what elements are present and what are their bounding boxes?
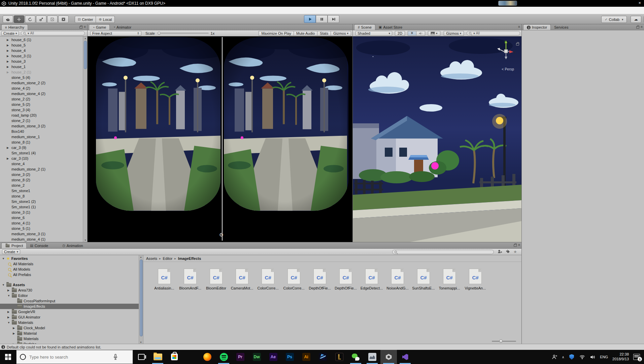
tab-console[interactable]: ▤ Console bbox=[27, 243, 52, 248]
scene-search-input[interactable]: ▾ All bbox=[467, 31, 520, 35]
lock-icon[interactable] bbox=[79, 26, 82, 29]
menu-item[interactable] bbox=[8, 7, 14, 14]
script-file-item[interactable]: C# BloomAndF... bbox=[178, 269, 203, 290]
hierarchy-item[interactable]: ▶ road_lamp (20) bbox=[0, 113, 87, 118]
favorites-item[interactable]: All Materials bbox=[0, 261, 143, 267]
hierarchy-item[interactable]: ▶ medium_stone_1 bbox=[0, 134, 87, 140]
menu-item[interactable] bbox=[38, 7, 44, 14]
scroll-down-icon[interactable]: ▼ bbox=[84, 239, 87, 241]
scene-orientation-gizmo[interactable]: y x bbox=[495, 39, 517, 63]
menu-item[interactable] bbox=[2, 7, 8, 14]
script-file-item[interactable]: C# ColorCorre... bbox=[281, 269, 306, 290]
game-gizmos-dropdown[interactable]: Gizmos ▾ bbox=[331, 31, 351, 36]
search-by-label-icon[interactable] bbox=[506, 249, 510, 253]
taskbar-app-button[interactable] bbox=[347, 350, 364, 364]
script-file-item[interactable]: C# Tonemappi... bbox=[437, 269, 462, 290]
shading-mode-dropdown[interactable]: Shaded ▾ bbox=[355, 31, 392, 36]
foldout-icon[interactable]: ▶ bbox=[7, 157, 11, 160]
project-tree-scrollbar[interactable]: ▲ ▼ bbox=[139, 255, 143, 344]
hierarchy-scrollbar[interactable]: ▲ ▼ bbox=[83, 36, 87, 242]
tab-project[interactable]: Project bbox=[1, 243, 27, 248]
project-tree-item[interactable]: ▶ ▼ GUI Animator bbox=[0, 314, 143, 320]
script-file-item[interactable]: C# Antialiasin... bbox=[152, 269, 177, 290]
hierarchy-item[interactable]: ▶ stone_2 bbox=[0, 183, 87, 188]
menu-item[interactable] bbox=[50, 7, 57, 14]
tray-overflow-chevron-icon[interactable]: ∧ bbox=[562, 355, 564, 359]
hierarchy-item[interactable]: ▶ stone_4 bbox=[0, 161, 87, 166]
taskbar-app-button[interactable] bbox=[133, 350, 149, 364]
taskbar-app-button[interactable] bbox=[199, 350, 215, 364]
project-search-input[interactable] bbox=[392, 250, 494, 254]
foldout-icon[interactable]: ▶ bbox=[7, 49, 11, 52]
breadcrumb-item[interactable]: Assets bbox=[146, 256, 163, 261]
window-close-button[interactable]: × bbox=[638, 0, 641, 5]
project-tree-item[interactable]: ▶ ▼ GoogleVR bbox=[0, 309, 143, 314]
foldout-icon[interactable]: ▶ bbox=[7, 310, 12, 313]
hierarchy-item[interactable]: ▶ stone_2 (2) bbox=[0, 96, 87, 102]
taskbar-app-button[interactable] bbox=[166, 350, 182, 364]
foldout-icon[interactable]: ▶ bbox=[7, 289, 12, 292]
hierarchy-item[interactable]: ▶ Sm_stone1 (1) bbox=[0, 204, 87, 210]
tab-services[interactable]: Services bbox=[551, 24, 572, 30]
project-tree-item[interactable]: ▶ ▼ Clock_Model bbox=[0, 325, 143, 331]
rect-tool-button[interactable] bbox=[47, 16, 58, 23]
menu-item[interactable] bbox=[14, 7, 20, 14]
game-viewport[interactable]: ⚙ bbox=[88, 36, 352, 242]
transform-tool-button[interactable] bbox=[58, 16, 69, 23]
hierarchy-item[interactable]: ▶ medium_stone_3 (1) bbox=[0, 231, 87, 237]
taskbar-app-button[interactable] bbox=[215, 350, 232, 364]
taskbar-search[interactable] bbox=[16, 350, 133, 364]
effects-dropdown[interactable]: ▾ bbox=[428, 31, 440, 36]
scene-lock-icon[interactable] bbox=[516, 43, 519, 46]
favorites-item[interactable]: All Models bbox=[0, 267, 143, 272]
hierarchy-item[interactable]: ▶ house_1 bbox=[0, 64, 87, 69]
script-file-item[interactable]: C# DepthOfFie... bbox=[333, 269, 358, 290]
move-tool-button[interactable] bbox=[14, 16, 24, 23]
hierarchy-item[interactable]: ▶ stone_3 (1) bbox=[0, 210, 87, 215]
zoom-slider-knob[interactable] bbox=[499, 339, 503, 343]
hierarchy-item[interactable]: ▶ medium_stone_4 (1) bbox=[0, 237, 87, 242]
hierarchy-item[interactable]: ▶ stone_3 (4) bbox=[0, 107, 87, 113]
hierarchy-item[interactable]: ▶ stone_2 (1) bbox=[0, 118, 87, 123]
menu-item[interactable] bbox=[44, 7, 50, 14]
panel-menu-icon[interactable]: ≡ bbox=[641, 25, 643, 29]
antivirus-shield-icon[interactable] bbox=[569, 354, 575, 360]
breadcrumb-item[interactable]: Editor bbox=[163, 256, 178, 261]
hand-tool-button[interactable] bbox=[3, 16, 13, 23]
hierarchy-item[interactable]: ▶ medium_stone_3 (2) bbox=[0, 123, 87, 129]
action-center-icon[interactable]: 1 bbox=[633, 354, 640, 360]
pivot-toggle-button[interactable]: ⊟ Center bbox=[75, 16, 96, 23]
panel-menu-icon[interactable]: ≡ bbox=[518, 25, 520, 29]
status-bar[interactable]: Default clip could not be found in attac… bbox=[0, 344, 644, 350]
hierarchy-item[interactable]: ▶ stone_8 (1) bbox=[0, 140, 87, 145]
hierarchy-item[interactable]: ▶ medium_stone_2 (2) bbox=[0, 80, 87, 86]
hierarchy-item[interactable]: ▶ house_6 (1) bbox=[0, 37, 87, 42]
language-indicator[interactable]: ENG bbox=[600, 355, 608, 359]
tab-animation[interactable]: ◷ Animation bbox=[59, 243, 87, 248]
hierarchy-item[interactable]: ▶ stone_3 (2) bbox=[0, 172, 87, 177]
taskbar-app-button[interactable] bbox=[364, 350, 380, 364]
scene-viewport[interactable]: y x < Persp bbox=[353, 36, 521, 242]
search-by-type-icon[interactable] bbox=[498, 249, 502, 253]
scrollbar-thumb[interactable] bbox=[140, 260, 143, 336]
scene-gizmos-dropdown[interactable]: Gizmos ▾ bbox=[444, 31, 464, 36]
game-panel-tab[interactable]: ◔ Animator bbox=[110, 24, 135, 30]
tab-inspector[interactable]: Inspector bbox=[523, 24, 551, 30]
project-tree-item[interactable]: ▶ ▼ Assets bbox=[0, 282, 143, 287]
play-button[interactable] bbox=[304, 15, 316, 23]
hierarchy-item[interactable]: ▶ stone_4 (1) bbox=[0, 220, 87, 226]
script-file-item[interactable]: C# ColorCorre... bbox=[256, 269, 280, 290]
aspect-dropdown[interactable]: Free Aspect ⇕ bbox=[90, 31, 141, 36]
hierarchy-item[interactable]: ▶ stone_4 (2) bbox=[0, 86, 87, 91]
project-tree-item[interactable]: ▶ ▼ Materials bbox=[0, 336, 143, 341]
audio-toggle-button[interactable] bbox=[416, 31, 425, 36]
scale-slider-track[interactable] bbox=[161, 33, 209, 34]
taskbar-app-button[interactable] bbox=[149, 350, 166, 364]
taskbar-app-button[interactable] bbox=[331, 350, 347, 364]
lighting-toggle-button[interactable]: ☀ bbox=[408, 31, 416, 36]
mute-audio-button[interactable]: Mute Audio bbox=[294, 31, 317, 36]
taskbar-app-button[interactable] bbox=[182, 350, 199, 364]
taskbar-app-button[interactable]: Ai bbox=[298, 350, 314, 364]
lock-icon[interactable] bbox=[514, 244, 517, 247]
script-file-item[interactable]: C# BloomEditor bbox=[204, 269, 229, 290]
